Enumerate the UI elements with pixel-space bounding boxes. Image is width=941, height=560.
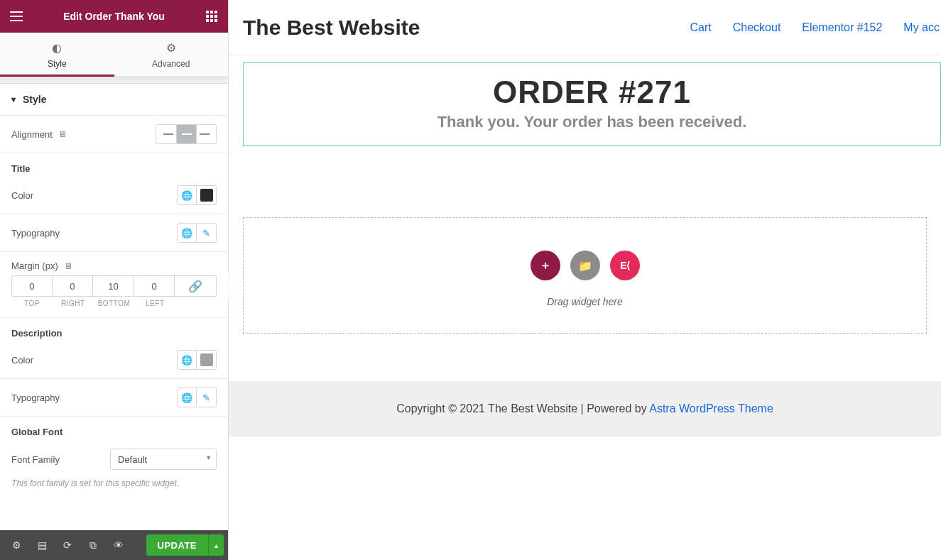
pencil-icon: ✎: [202, 392, 210, 403]
svg-rect-4: [210, 11, 213, 13]
swatch-dark: [200, 189, 213, 202]
desc-color-label: Color: [11, 355, 33, 366]
margin-right-input[interactable]: [53, 275, 94, 297]
menu-button[interactable]: [7, 7, 26, 26]
panel-title: Edit Order Thank You: [63, 11, 165, 22]
history-icon: ⟳: [63, 539, 72, 551]
align-center[interactable]: [176, 125, 196, 143]
order-title: ORDER #271: [251, 75, 933, 110]
tab-style-label: Style: [0, 59, 114, 69]
devices-icon: ⧉: [89, 539, 97, 551]
margin-sub-left: LEFT: [134, 300, 175, 307]
widgets-button[interactable]: [202, 7, 221, 26]
site-nav: Cart Checkout Elementor #152 My acc: [690, 21, 940, 34]
svg-rect-5: [214, 11, 217, 13]
link-icon: 🔗: [188, 280, 202, 293]
control-font-family: Font Family Default: [0, 440, 228, 478]
title-color-global[interactable]: 🌐: [177, 185, 197, 205]
desc-typo-global[interactable]: 🌐: [177, 388, 197, 407]
tab-advanced[interactable]: ⚙ Advanced: [114, 33, 229, 76]
alignment-label: Alignment: [11, 129, 53, 140]
svg-rect-0: [10, 11, 23, 13]
margin-sub-top: TOP: [11, 300, 53, 307]
footer-theme-link[interactable]: Astra WordPress Theme: [649, 402, 773, 414]
font-family-hint: This font family is set for this specifi…: [0, 478, 228, 500]
svg-rect-2: [10, 20, 23, 21]
margin-left-input[interactable]: [134, 275, 175, 297]
panel-footer: ⚙ ▤ ⟳ ⧉ 👁 UPDATE ▴: [0, 530, 228, 560]
pencil-icon: ✎: [202, 228, 210, 238]
site-footer: Copyright © 2021 The Best Website | Powe…: [229, 381, 941, 437]
site-header: The Best Website Cart Checkout Elementor…: [229, 0, 941, 55]
margin-bottom-input[interactable]: [93, 275, 134, 297]
gear-icon: ⚙: [114, 41, 229, 55]
nav-elementor-152[interactable]: Elementor #152: [802, 21, 882, 34]
add-template-button[interactable]: 📁: [570, 251, 600, 280]
globe-icon: 🌐: [181, 190, 192, 201]
align-right[interactable]: [196, 125, 216, 143]
preview-area: The Best Website Cart Checkout Elementor…: [229, 0, 941, 560]
desktop-icon[interactable]: 🖥: [64, 261, 72, 271]
align-left[interactable]: [156, 125, 176, 143]
control-desc-color: Color 🌐: [0, 341, 228, 379]
margin-sub-bottom: BOTTOM: [94, 300, 135, 307]
desc-color-swatch[interactable]: [197, 350, 217, 370]
desc-color-global[interactable]: 🌐: [177, 350, 197, 370]
caret-up-icon: ▴: [214, 542, 218, 549]
font-family-select[interactable]: Default: [110, 449, 217, 470]
tab-style[interactable]: ◐ Style: [0, 33, 114, 76]
footer-history[interactable]: ⟳: [55, 533, 80, 557]
contrast-icon: ◐: [0, 41, 114, 55]
accordion-style-label: Style: [23, 94, 46, 105]
control-title-margin: Margin (px) 🖥 🔗 TOP RIGHT BOTTOM LEFT: [0, 252, 228, 318]
nav-cart[interactable]: Cart: [690, 21, 712, 34]
title-color-label: Color: [11, 190, 33, 201]
elementskit-button[interactable]: E⟨: [610, 251, 640, 280]
svg-rect-1: [10, 16, 23, 17]
accordion-style[interactable]: ▾ Style: [0, 84, 228, 116]
margin-link-toggle[interactable]: 🔗: [175, 275, 217, 297]
svg-rect-6: [206, 15, 209, 18]
alignment-segmented: [156, 124, 217, 144]
hamburger-icon: [10, 11, 23, 21]
editor-panel: Edit Order Thank You ◐ Style ⚙ Advanced …: [0, 0, 229, 560]
panel-header: Edit Order Thank You: [0, 0, 228, 33]
title-typo-global[interactable]: 🌐: [177, 223, 197, 243]
add-section-button[interactable]: ＋: [531, 251, 560, 280]
drop-zone-text: Drag widget here: [251, 296, 919, 307]
svg-rect-3: [206, 11, 209, 13]
caret-down-icon: ▾: [11, 94, 16, 104]
update-button[interactable]: UPDATE: [146, 534, 208, 556]
footer-responsive[interactable]: ⧉: [81, 533, 105, 557]
plus-icon: ＋: [540, 258, 551, 273]
nav-checkout[interactable]: Checkout: [733, 21, 781, 34]
site-title: The Best Website: [243, 16, 420, 40]
title-color-swatch[interactable]: [197, 185, 217, 205]
title-typo-edit[interactable]: ✎: [197, 223, 217, 243]
margin-label: Margin (px): [11, 260, 58, 271]
control-desc-typography: Typography 🌐 ✎: [0, 379, 228, 417]
footer-preview[interactable]: 👁: [107, 533, 131, 557]
svg-rect-11: [214, 19, 217, 22]
order-thanks-text: Thank you. Your order has been received.: [251, 113, 933, 131]
globe-icon: 🌐: [181, 392, 192, 403]
nav-my-account[interactable]: My acc: [903, 21, 940, 34]
desc-typography-label: Typography: [11, 392, 60, 403]
desktop-icon[interactable]: 🖥: [58, 129, 67, 139]
swatch-grey: [200, 353, 213, 366]
svg-rect-7: [210, 15, 213, 18]
tab-shadow: [0, 77, 228, 84]
desc-typo-edit[interactable]: ✎: [197, 388, 217, 407]
update-caret[interactable]: ▴: [208, 534, 224, 556]
globe-icon: 🌐: [181, 355, 192, 366]
svg-rect-8: [214, 15, 217, 18]
eye-icon: 👁: [114, 539, 124, 551]
margin-top-input[interactable]: [11, 275, 53, 297]
order-thank-you-widget[interactable]: ORDER #271 Thank you. Your order has bee…: [243, 62, 941, 146]
drop-zone[interactable]: ＋ 📁 E⟨ Drag widget here: [243, 217, 927, 334]
section-description-heading: Description: [0, 318, 228, 341]
globe-icon: 🌐: [181, 228, 192, 238]
panel-tabs: ◐ Style ⚙ Advanced: [0, 33, 228, 77]
footer-settings[interactable]: ⚙: [4, 533, 28, 557]
footer-navigator[interactable]: ▤: [30, 533, 54, 557]
